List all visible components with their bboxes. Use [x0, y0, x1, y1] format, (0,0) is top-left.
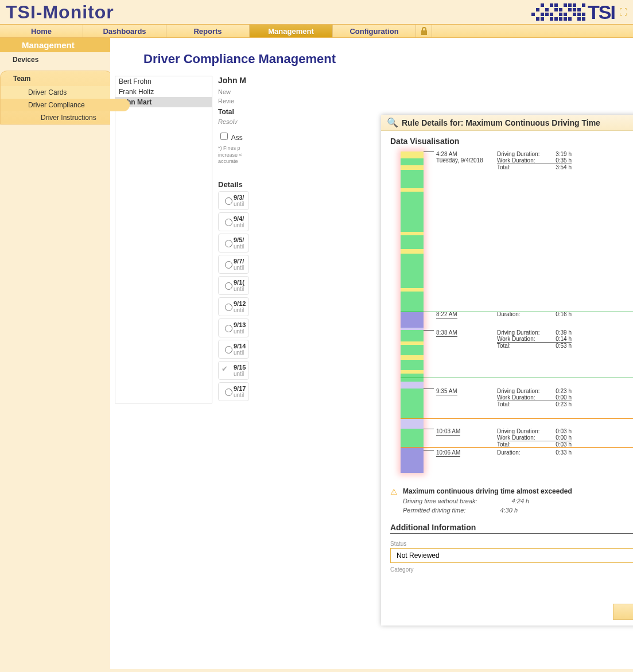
close-button[interactable]: Close	[613, 604, 633, 620]
detail-radio[interactable]	[225, 346, 232, 354]
assign-label: Ass	[231, 134, 243, 142]
modal-header: 🔍 Rule Details for: Maximum Continuous D…	[381, 115, 633, 131]
modal-title: Rule Details for: Maximum Continuous Dri…	[402, 118, 600, 127]
modal-footer: Close	[381, 598, 633, 626]
tab-management[interactable]: Management	[250, 25, 333, 37]
warning-icon: ⚠	[390, 487, 398, 496]
content: Driver Compliance Management Bert Frohn …	[110, 38, 633, 669]
page-title: Driver Compliance Management	[110, 45, 633, 76]
sidebar-item-driver-compliance[interactable]: Driver Compliance	[1, 99, 130, 111]
alert-title: Maximum continuous driving time almost e…	[403, 487, 633, 495]
duration-block: Driving Duration:0:23 hWork Duration:0:0…	[497, 388, 572, 407]
main-nav: Home Dashboards Reports Management Confi…	[0, 24, 633, 38]
modal-scroll[interactable]: 🔍 Rule Details for: Maximum Continuous D…	[381, 115, 633, 598]
detail-radio[interactable]	[225, 325, 232, 332]
sidebar-title: Management	[0, 38, 110, 52]
sidebar-item-driver-instructions[interactable]: Driver Instructions	[1, 111, 112, 124]
detail-row[interactable]: 9/14until	[218, 340, 249, 359]
driver-list: Bert Frohn Frank Holtz John Mart	[115, 76, 212, 403]
detail-radio[interactable]	[225, 261, 232, 269]
detail-row[interactable]: 9/13until	[218, 318, 249, 337]
list-item[interactable]: John Mart	[115, 97, 212, 107]
driver-panel: John M New Revie Total Resolv Ass *) Fin…	[212, 76, 255, 403]
detail-row[interactable]: 9/1(until	[218, 276, 249, 295]
detail-radio[interactable]	[225, 389, 232, 396]
detail-radio[interactable]	[225, 304, 232, 311]
tab-configuration[interactable]: Configuration	[333, 25, 416, 37]
time-label: 9:35 AM	[436, 388, 457, 394]
viz-section-title: Data Visualisation	[381, 131, 633, 148]
stat-resolved: Resolv	[218, 118, 249, 125]
alert-row: Permitted driving time:4:30 h	[403, 507, 633, 514]
sidebar-item-devices[interactable]: Devices	[0, 52, 110, 67]
tab-dashboards[interactable]: Dashboards	[83, 25, 166, 37]
duration-block: Driving Duration:3:19 hWork Duration:0:3…	[497, 151, 572, 170]
stat-total: Total	[218, 106, 249, 118]
duration-block: Driving Duration:0:03 hWork Duration:0:0…	[497, 428, 572, 448]
data-visualisation: 4:28 AMTuesday, 9/4/2018Driving Duration…	[401, 152, 633, 481]
status-label: Status	[390, 541, 633, 547]
detail-row[interactable]: 9/7/until	[218, 255, 249, 274]
category-label: Category	[390, 566, 633, 573]
detail-row[interactable]: 9/3/until	[218, 191, 249, 210]
time-label: 8:38 AM	[436, 329, 457, 336]
timeline-bar	[401, 152, 424, 473]
assign-checkbox[interactable]	[220, 133, 228, 140]
rule-details-modal: 🔍 Rule Details for: Maximum Continuous D…	[381, 115, 633, 626]
detail-row[interactable]: 9/5/until	[218, 234, 249, 253]
list-item[interactable]: Frank Holtz	[115, 87, 212, 97]
driver-name: John M	[218, 76, 249, 85]
detail-row[interactable]: 9/4/until	[218, 212, 249, 231]
time-label: 10:06 AM	[436, 449, 460, 456]
stat-review: Revie	[218, 96, 249, 106]
tsi-logo-text: TSI	[588, 1, 615, 24]
tab-reports[interactable]: Reports	[166, 25, 250, 37]
detail-row[interactable]: 9/12until	[218, 297, 249, 316]
logo-pattern-icon	[531, 3, 585, 21]
sidebar-item-team[interactable]: Team	[1, 71, 112, 86]
sidebar: Management Devices Team Driver Cards Dri…	[0, 38, 110, 669]
time-label: 10:03 AM	[436, 428, 460, 434]
status-select[interactable]: Not Reviewed	[390, 548, 633, 563]
tab-home[interactable]: Home	[0, 25, 83, 37]
stat-new: New	[218, 87, 249, 96]
duration-block: Duration:0:33 h	[497, 449, 572, 456]
duration-block: Driving Duration:0:39 hWork Duration:0:1…	[497, 329, 572, 349]
detail-radio[interactable]	[225, 219, 232, 226]
app-header: TSI-Monitor TSI ⛶	[0, 0, 633, 24]
lock-icon	[421, 27, 428, 35]
time-label: 4:28 AMTuesday, 9/4/2018	[436, 151, 483, 164]
app-title: TSI-Monitor	[6, 2, 114, 23]
magnifier-icon: 🔍	[387, 117, 398, 128]
detail-row[interactable]: 9/15until	[218, 361, 249, 380]
alert-row: Driving time without break:4:24 h	[403, 498, 633, 504]
expand-icon[interactable]: ⛶	[619, 7, 627, 17]
additional-info-title: Additional Information	[390, 523, 633, 534]
fineprint: *) Fines pincrease <accurate	[218, 145, 249, 165]
details-header: Details	[218, 180, 249, 189]
detail-row[interactable]: 9/17until	[218, 382, 249, 401]
brand-logo: TSI ⛶	[531, 1, 627, 24]
detail-radio[interactable]	[225, 240, 232, 247]
lock-tab[interactable]	[416, 25, 432, 37]
alert-box: ⚠ Maximum continuous driving time almost…	[381, 481, 633, 517]
assign-checkbox-row: Ass	[218, 131, 249, 142]
list-item[interactable]: Bert Frohn	[115, 76, 212, 87]
detail-radio[interactable]	[225, 197, 232, 205]
sidebar-item-driver-cards[interactable]: Driver Cards	[1, 86, 112, 99]
detail-radio[interactable]	[225, 282, 232, 290]
